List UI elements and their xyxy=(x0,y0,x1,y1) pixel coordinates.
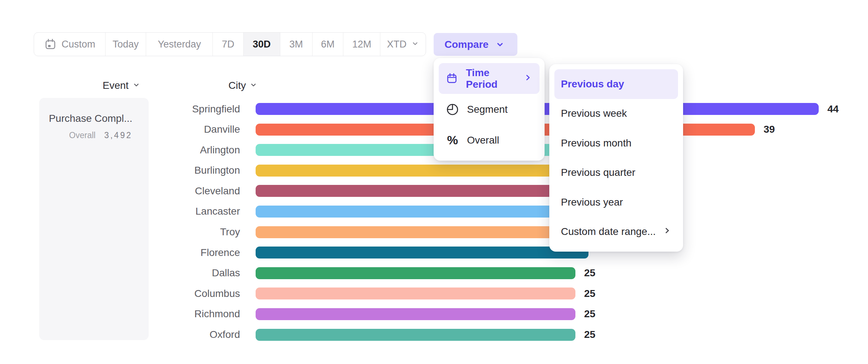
bar-row-oxford: Oxford 25 xyxy=(0,329,839,341)
time-period-menu-item-custom-date-range[interactable]: Custom date range... xyxy=(554,217,678,247)
menu-item-label: Overall xyxy=(467,135,499,146)
chevron-right-icon xyxy=(663,226,671,237)
date-range-option-label: 30D xyxy=(253,39,271,50)
time-period-menu-item-previous-quarter[interactable]: Previous quarter xyxy=(554,158,678,188)
compare-menu-item-segment[interactable]: Segment xyxy=(439,94,540,125)
menu-item-label: Previous year xyxy=(561,197,623,208)
segment-icon xyxy=(446,103,459,116)
menu-item-label: Previous week xyxy=(561,108,627,119)
city-column-header[interactable]: City xyxy=(228,79,257,92)
chevron-right-icon xyxy=(524,73,532,84)
city-label: Springfield xyxy=(0,103,256,115)
city-label: Lancaster xyxy=(0,206,256,217)
bar-row-florence: Florence xyxy=(0,247,839,258)
date-range-option-yesterday[interactable]: Yesterday xyxy=(146,33,213,56)
city-label: Danville xyxy=(0,124,256,135)
city-label: Burlington xyxy=(0,165,256,176)
menu-item-label: Custom date range... xyxy=(561,226,656,237)
date-range-option-label: 3M xyxy=(289,39,303,50)
bar[interactable] xyxy=(256,288,575,299)
city-label: Arlington xyxy=(0,144,256,156)
city-column-label: City xyxy=(228,80,246,91)
menu-item-label: Previous day xyxy=(561,78,624,90)
menu-item-label: Previous quarter xyxy=(561,167,635,178)
date-range-option-label: 6M xyxy=(321,39,335,50)
bar[interactable] xyxy=(256,308,575,320)
bar[interactable] xyxy=(256,267,575,279)
city-label: Troy xyxy=(0,226,256,238)
menu-item-label: Previous month xyxy=(561,137,632,149)
report-canvas: Custom Today Yesterday 7D 30D 3M 6M 12M … xyxy=(0,0,868,364)
date-range-option-label: Yesterday xyxy=(158,39,201,50)
date-range-option-12m[interactable]: 12M xyxy=(343,33,380,56)
compare-menu: Time Period Segment % Overall xyxy=(434,58,545,161)
calendar-line-icon xyxy=(446,73,458,84)
date-range-option-label: Custom xyxy=(62,39,95,50)
time-period-menu-item-previous-day[interactable]: Previous day xyxy=(554,69,678,99)
compare-menu-item-overall[interactable]: % Overall xyxy=(439,125,540,156)
compare-button-label: Compare xyxy=(445,39,488,50)
date-range-toolbar: Custom Today Yesterday 7D 30D 3M 6M 12M … xyxy=(34,32,426,56)
date-range-option-label: Today xyxy=(113,39,139,50)
bar[interactable] xyxy=(256,329,575,341)
date-range-option-label: XTD xyxy=(387,39,406,50)
date-range-option-6m[interactable]: 6M xyxy=(313,33,344,56)
calendar-icon xyxy=(44,38,57,50)
bar-row-danville: Danville 39 xyxy=(0,124,839,136)
bar-row-arlington: Arlington xyxy=(0,144,839,156)
bar-value-label: 25 xyxy=(584,288,595,299)
bar-row-springfield: Springfield 44 xyxy=(0,103,839,115)
time-period-submenu: Previous day Previous week Previous mont… xyxy=(549,64,683,252)
bar-row-richmond: Richmond 25 xyxy=(0,308,839,320)
city-label: Dallas xyxy=(0,267,256,279)
date-range-option-30d[interactable]: 30D xyxy=(244,33,280,56)
date-range-option-label: 7D xyxy=(222,39,235,50)
time-period-menu-item-previous-month[interactable]: Previous month xyxy=(554,128,678,158)
bar-value-label: 25 xyxy=(584,308,595,320)
percent-icon: % xyxy=(446,133,459,147)
chevron-down-icon xyxy=(493,40,507,49)
compare-menu-item-time-period[interactable]: Time Period xyxy=(439,63,540,94)
bar-row-burlington: Burlington xyxy=(0,165,839,177)
date-range-option-7d[interactable]: 7D xyxy=(213,33,244,56)
bar-value-label: 39 xyxy=(764,124,775,135)
bar-value-label: 44 xyxy=(827,103,839,115)
city-label: Cleveland xyxy=(0,185,256,197)
bar-row-lancaster: Lancaster xyxy=(0,206,839,218)
chevron-down-icon xyxy=(411,39,419,50)
time-period-menu-item-previous-week[interactable]: Previous week xyxy=(554,99,678,129)
chevron-down-icon xyxy=(132,80,140,91)
bar-row-columbus: Columbus 25 xyxy=(0,288,839,299)
menu-item-label: Segment xyxy=(467,104,508,115)
date-range-option-label: 12M xyxy=(352,39,372,50)
date-range-option-3m[interactable]: 3M xyxy=(280,33,313,56)
date-range-option-today[interactable]: Today xyxy=(106,33,146,56)
bar[interactable] xyxy=(256,247,588,258)
date-range-option-custom[interactable]: Custom xyxy=(34,33,106,56)
event-column-header[interactable]: Event xyxy=(103,79,140,92)
city-label: Richmond xyxy=(0,308,256,320)
time-period-menu-item-previous-year[interactable]: Previous year xyxy=(554,187,678,217)
bar-value-label: 25 xyxy=(584,267,595,279)
chevron-down-icon xyxy=(249,80,257,91)
compare-button[interactable]: Compare xyxy=(434,33,517,56)
bar-chart: Springfield 44 Danville 39 Arlington Bur… xyxy=(0,103,839,341)
city-label: Columbus xyxy=(0,288,256,299)
bar-row-troy: Troy xyxy=(0,226,839,238)
city-label: Oxford xyxy=(0,329,256,340)
bar-row-dallas: Dallas 25 xyxy=(0,267,839,279)
bar-row-cleveland: Cleveland xyxy=(0,185,839,197)
event-column-label: Event xyxy=(103,80,129,91)
city-label: Florence xyxy=(0,247,256,258)
bar-value-label: 25 xyxy=(584,329,595,340)
date-range-option-xtd[interactable]: XTD xyxy=(380,33,426,56)
menu-item-label: Time Period xyxy=(466,67,508,90)
